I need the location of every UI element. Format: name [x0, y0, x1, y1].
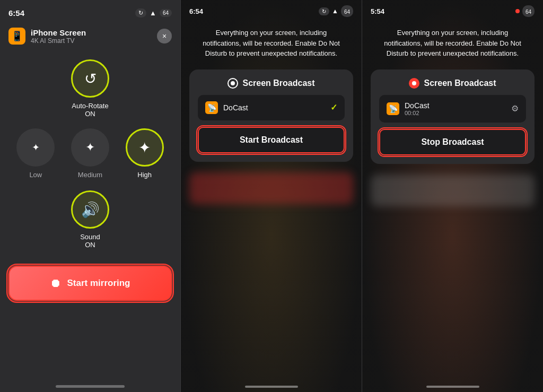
- status-bar-3: 5:54 64: [362, 0, 543, 19]
- status-time-1: 6:54: [8, 8, 24, 18]
- docast-name-2: DoCast: [223, 103, 248, 112]
- close-button[interactable]: ×: [157, 29, 172, 43]
- status-bar-1: 6:54 ↻ ▲ 64: [0, 0, 180, 21]
- home-indicator-2: [245, 386, 298, 388]
- wifi-icon-2: ▲: [332, 7, 338, 15]
- start-mirroring-button[interactable]: ⏺ Start mirroring: [8, 266, 172, 301]
- home-indicator-3: [426, 386, 479, 388]
- docast-item-3[interactable]: 📡 DoCast 00:02 ⚙: [379, 95, 526, 123]
- rotate-icon: ↻: [138, 10, 143, 16]
- dialog-title-2: Screen Broadcast: [242, 79, 314, 88]
- device-info: 📱 iPhone Screen 4K AI Smart TV: [8, 28, 86, 45]
- wifi-icon: ▲: [150, 9, 156, 17]
- quality-high: ✦ High: [126, 128, 164, 179]
- start-broadcast-button[interactable]: Start Broadcast: [198, 127, 345, 153]
- device-subtitle: 4K AI Smart TV: [31, 37, 86, 45]
- auto-rotate-icon[interactable]: ↺: [71, 59, 109, 98]
- status-bar-2: 6:54 ↻ ▲ 64: [181, 0, 362, 19]
- warning-text-2: Everything on your screen, including not…: [181, 19, 362, 59]
- warning-text-3: Everything on your screen, including not…: [362, 19, 543, 59]
- status-time-3: 5:54: [371, 7, 384, 15]
- quality-high-button[interactable]: ✦: [126, 128, 164, 167]
- docast-item-left-2: 📡 DoCast: [205, 101, 248, 114]
- status-icons-3: 64: [515, 5, 535, 17]
- docast-icon-3: 📡: [387, 102, 399, 115]
- sound-icon[interactable]: 🔊: [71, 190, 109, 229]
- auto-rotate-label: Auto-Rotate ON: [72, 102, 108, 118]
- bottom-blur-3: [371, 175, 535, 206]
- dialog-title-row-3: Screen Broadcast: [379, 78, 526, 89]
- device-icon: 📱: [8, 28, 25, 45]
- panel-3: 5:54 64 Everything on your screen, inclu…: [362, 0, 543, 392]
- dialog-title-3: Screen Broadcast: [424, 79, 496, 88]
- quality-medium-label: Medium: [78, 171, 102, 179]
- docast-name-3: DoCast: [405, 101, 430, 110]
- quality-medium-button[interactable]: ✦: [71, 128, 109, 167]
- sound-label: Sound ON: [80, 233, 100, 249]
- stop-broadcast-button[interactable]: Stop Broadcast: [379, 129, 526, 155]
- quality-low-button[interactable]: ✦: [16, 128, 55, 167]
- record-icon: ⏺: [50, 276, 62, 290]
- sound-section: 🔊 Sound ON: [58, 184, 122, 255]
- recording-indicator-3: [515, 9, 520, 13]
- battery-icon: 64: [160, 9, 172, 17]
- checkmark-icon-2: ✓: [330, 102, 337, 112]
- device-text: iPhone Screen 4K AI Smart TV: [31, 28, 86, 45]
- quality-low: ✦ Low: [16, 128, 55, 179]
- quality-medium: ✦ Medium: [71, 128, 109, 179]
- record-indicator-2: [227, 78, 238, 89]
- docast-item-2[interactable]: 📡 DoCast ✓: [198, 95, 345, 120]
- home-indicator-1: [56, 385, 125, 388]
- quality-high-label: High: [137, 171, 152, 179]
- broadcast-dialog-3: Screen Broadcast 📡 DoCast 00:02 ⚙ Stop B…: [371, 69, 535, 164]
- panel-2: 6:54 ↻ ▲ 64 Everything on your screen, i…: [180, 0, 362, 392]
- status-time-2: 6:54: [189, 7, 203, 15]
- broadcast-dialog-2: Screen Broadcast 📡 DoCast ✓ Start Broadc…: [189, 69, 353, 162]
- record-indicator-3: [409, 78, 419, 89]
- quality-row: ✦ Low ✦ Medium ✦ High: [0, 123, 180, 184]
- rec-dot-3: [515, 9, 520, 13]
- device-name: iPhone Screen: [31, 28, 86, 37]
- docast-item-left-3: 📡 DoCast 00:02: [387, 101, 430, 116]
- quality-low-label: Low: [29, 171, 42, 179]
- panel-1: 6:54 ↻ ▲ 64 📱 iPhone Screen 4K AI Smart …: [0, 0, 180, 392]
- status-icons-1: ↻ ▲ 64: [135, 8, 172, 18]
- gear-icon-3[interactable]: ⚙: [511, 103, 519, 114]
- panel1-header: 📱 iPhone Screen 4K AI Smart TV ×: [0, 21, 180, 49]
- bottom-blur-2: [189, 172, 353, 204]
- start-mirroring-label: Start mirroring: [67, 278, 130, 289]
- battery-icon-3: 64: [522, 5, 535, 17]
- auto-rotate-section: ↺ Auto-Rotate ON: [0, 49, 180, 123]
- status-icons-2: ↻ ▲ 64: [319, 5, 353, 17]
- docast-timer-3: 00:02: [405, 110, 430, 116]
- status-icon-pill: ↻: [135, 8, 146, 18]
- docast-icon-2: 📡: [205, 101, 218, 114]
- dialog-title-row-2: Screen Broadcast: [198, 78, 345, 89]
- status-pill-2: ↻: [319, 7, 329, 15]
- battery-icon-2: 64: [341, 5, 353, 17]
